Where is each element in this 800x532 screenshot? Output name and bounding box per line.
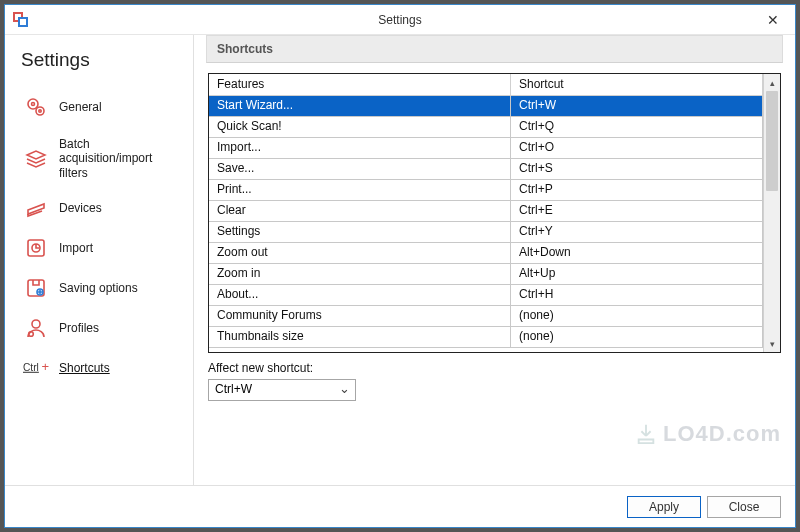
table-row[interactable]: Import...Ctrl+O xyxy=(209,138,763,159)
cell-shortcut: Ctrl+O xyxy=(511,138,763,158)
sidebar-heading: Settings xyxy=(21,49,187,71)
svg-text:+: + xyxy=(42,359,49,374)
sidebar-item-label: Saving options xyxy=(59,281,138,295)
scroll-up-icon[interactable]: ▴ xyxy=(764,74,780,91)
col-features[interactable]: Features xyxy=(209,74,511,95)
svg-rect-1 xyxy=(19,18,27,26)
table-header: Features Shortcut xyxy=(209,74,763,96)
cell-feature: Print... xyxy=(209,180,511,200)
app-icon xyxy=(13,12,29,28)
affect-label: Affect new shortcut: xyxy=(208,361,781,375)
svg-point-4 xyxy=(36,107,44,115)
cell-shortcut: (none) xyxy=(511,327,763,347)
table-rows: Start Wizard...Ctrl+WQuick Scan!Ctrl+QIm… xyxy=(209,96,763,348)
scrollbar[interactable]: ▴ ▾ xyxy=(763,74,780,352)
cell-shortcut: Ctrl+P xyxy=(511,180,763,200)
cell-feature: Start Wizard... xyxy=(209,96,511,116)
window-body: Settings General Batch acquisition/impor… xyxy=(5,35,795,485)
sidebar-item-label: General xyxy=(59,100,102,114)
cell-shortcut: Ctrl+Y xyxy=(511,222,763,242)
stack-icon xyxy=(23,147,49,171)
cell-feature: Settings xyxy=(209,222,511,242)
table-row[interactable]: Quick Scan!Ctrl+Q xyxy=(209,117,763,138)
table-row[interactable]: Start Wizard...Ctrl+W xyxy=(209,96,763,117)
cell-shortcut: Ctrl+W xyxy=(511,96,763,116)
table-row[interactable]: ClearCtrl+E xyxy=(209,201,763,222)
sidebar-item-saving-options[interactable]: Saving options xyxy=(19,270,187,306)
cell-shortcut: Alt+Up xyxy=(511,264,763,284)
save-icon xyxy=(23,276,49,300)
sidebar-item-import[interactable]: Import xyxy=(19,230,187,266)
table-row[interactable]: Zoom outAlt+Down xyxy=(209,243,763,264)
svg-point-2 xyxy=(28,99,38,109)
affect-shortcut-select[interactable]: Ctrl+W xyxy=(208,379,356,401)
cell-feature: Thumbnails size xyxy=(209,327,511,347)
cell-feature: Zoom out xyxy=(209,243,511,263)
svg-point-11 xyxy=(29,332,34,337)
cell-feature: About... xyxy=(209,285,511,305)
settings-sidebar: Settings General Batch acquisition/impor… xyxy=(5,35,193,485)
svg-text:Ctrl: Ctrl xyxy=(23,362,39,373)
shortcuts-table: Features Shortcut Start Wizard...Ctrl+WQ… xyxy=(208,73,781,353)
sidebar-item-devices[interactable]: Devices xyxy=(19,190,187,226)
main-panel: Shortcuts Features Shortcut Start Wizard… xyxy=(193,35,795,485)
table-row[interactable]: Community Forums(none) xyxy=(209,306,763,327)
cell-feature: Quick Scan! xyxy=(209,117,511,137)
scroll-thumb[interactable] xyxy=(766,91,778,191)
close-dialog-button[interactable]: Close xyxy=(707,496,781,518)
settings-window: Settings ✕ Settings General Batch acquis… xyxy=(4,4,796,528)
table-row[interactable]: Zoom inAlt+Up xyxy=(209,264,763,285)
table-row[interactable]: Save...Ctrl+S xyxy=(209,159,763,180)
cell-shortcut: Alt+Down xyxy=(511,243,763,263)
dialog-footer: Apply Close xyxy=(5,485,795,527)
window-title: Settings xyxy=(378,13,421,27)
table-row[interactable]: About...Ctrl+H xyxy=(209,285,763,306)
panel-heading: Shortcuts xyxy=(206,35,783,63)
cell-shortcut: Ctrl+Q xyxy=(511,117,763,137)
scanner-icon xyxy=(23,196,49,220)
sidebar-item-label: Devices xyxy=(59,201,102,215)
svg-point-10 xyxy=(32,320,40,328)
import-icon xyxy=(23,236,49,260)
apply-button[interactable]: Apply xyxy=(627,496,701,518)
ctrl-icon: Ctrl+ xyxy=(23,356,49,380)
cell-feature: Community Forums xyxy=(209,306,511,326)
cell-shortcut: Ctrl+E xyxy=(511,201,763,221)
table-row[interactable]: Print...Ctrl+P xyxy=(209,180,763,201)
svg-point-3 xyxy=(32,103,35,106)
cell-shortcut: Ctrl+H xyxy=(511,285,763,305)
cell-feature: Zoom in xyxy=(209,264,511,284)
close-button[interactable]: ✕ xyxy=(751,5,795,34)
cell-feature: Clear xyxy=(209,201,511,221)
scroll-down-icon[interactable]: ▾ xyxy=(764,335,780,352)
gear-icon xyxy=(23,95,49,119)
cell-feature: Save... xyxy=(209,159,511,179)
sidebar-item-label: Shortcuts xyxy=(59,361,110,375)
app-frame: Settings ✕ Settings General Batch acquis… xyxy=(0,0,800,532)
cell-feature: Import... xyxy=(209,138,511,158)
titlebar: Settings ✕ xyxy=(5,5,795,35)
sidebar-item-label: Import xyxy=(59,241,93,255)
sidebar-item-batch[interactable]: Batch acquisition/import filters xyxy=(19,131,187,186)
profile-icon xyxy=(23,316,49,340)
col-shortcut[interactable]: Shortcut xyxy=(511,74,763,95)
sidebar-item-label: Batch acquisition/import filters xyxy=(59,137,183,180)
cell-shortcut: (none) xyxy=(511,306,763,326)
table-row[interactable]: Thumbnails size(none) xyxy=(209,327,763,348)
sidebar-item-general[interactable]: General xyxy=(19,89,187,125)
sidebar-item-label: Profiles xyxy=(59,321,99,335)
sidebar-item-profiles[interactable]: Profiles xyxy=(19,310,187,346)
table-row[interactable]: SettingsCtrl+Y xyxy=(209,222,763,243)
sidebar-item-shortcuts[interactable]: Ctrl+ Shortcuts xyxy=(19,350,187,386)
svg-point-5 xyxy=(39,110,41,112)
cell-shortcut: Ctrl+S xyxy=(511,159,763,179)
